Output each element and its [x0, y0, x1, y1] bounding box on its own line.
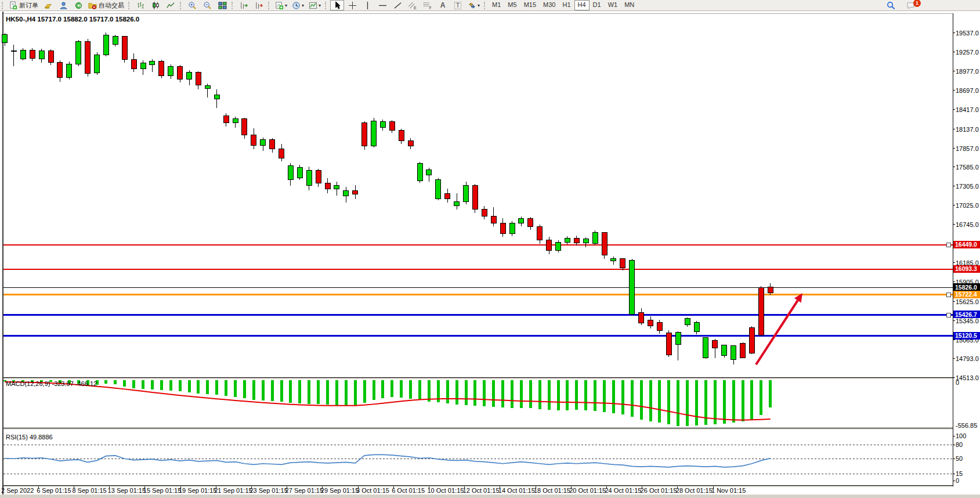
time-tick-label: 3 Oct 01:15 — [356, 487, 389, 494]
text-label-icon: T — [454, 2, 461, 9]
price-badge-label: 15722.4 — [955, 291, 977, 298]
timeframe-button-H1[interactable]: H1 — [559, 0, 574, 10]
time-tick-label: 6 Sep 01:15 — [37, 487, 71, 494]
chart-shift-button[interactable] — [237, 0, 251, 10]
template-icon — [309, 1, 317, 10]
crosshair-icon — [348, 1, 357, 10]
price-badge-label: 15120.5 — [955, 332, 977, 339]
cursor-icon — [333, 1, 342, 10]
chevron-down-icon: ▾ — [478, 3, 480, 8]
price-badge-label: 15426.7 — [955, 311, 977, 318]
timeframe-button-MN[interactable]: MN — [621, 0, 638, 10]
channel-button[interactable]: E — [406, 0, 420, 10]
search-button[interactable] — [884, 0, 898, 10]
timeframe-group: M1M5M15M30H1H4D1W1MN — [489, 0, 638, 10]
search-icon — [887, 1, 895, 10]
toolbar-grip — [484, 2, 487, 9]
time-tick-label: 26 Oct 01:15 — [641, 487, 677, 494]
vertical-line-button[interactable] — [360, 0, 374, 10]
macd-indicator-label: MACD(12,26,9) -323.97 -466.12 — [6, 380, 97, 387]
hline-handle[interactable] — [946, 313, 950, 317]
bar-chart-button[interactable] — [133, 0, 147, 10]
candlestick-chart-icon — [151, 1, 160, 10]
toolbar-grip — [268, 2, 271, 9]
auto-scroll-button[interactable] — [252, 0, 266, 10]
zoom-in-button[interactable] — [185, 0, 199, 10]
text-label-button[interactable]: T — [451, 0, 465, 10]
time-tick-label: 20 Oct 01:15 — [569, 487, 606, 494]
price-tick-label: 18137.0 — [956, 126, 979, 133]
timeframe-button-H4[interactable]: H4 — [574, 0, 590, 10]
candle — [472, 184, 478, 213]
macd-zero-label: 0 — [956, 379, 959, 386]
timeframe-button-M15[interactable]: M15 — [520, 0, 540, 10]
rsi-tick-label: 0 — [956, 477, 959, 484]
time-tick-label: 29 Sep 01:15 — [321, 487, 359, 494]
time-tick-label: 1 Nov 01:15 — [711, 487, 746, 494]
tile-windows-button[interactable] — [215, 0, 229, 10]
trendline-button[interactable] — [390, 0, 404, 10]
timeframe-button-M1[interactable]: M1 — [489, 0, 504, 10]
template-dropdown-button[interactable]: ▾ — [307, 0, 323, 10]
cursor-button[interactable] — [330, 0, 344, 10]
crosshair-button[interactable] — [345, 0, 359, 10]
new-order-button[interactable]: 新订单 — [7, 0, 40, 10]
candle — [95, 52, 100, 75]
candle — [362, 121, 367, 149]
trendline-icon — [393, 1, 402, 10]
toolbar-grip — [180, 2, 183, 9]
line-chart-button[interactable] — [164, 0, 178, 10]
candle — [436, 178, 441, 200]
arrows-dropdown-button[interactable]: ▾ — [466, 0, 482, 10]
candle — [67, 62, 72, 80]
timeframe-button-M5[interactable]: M5 — [504, 0, 520, 10]
candlestick-chart-button[interactable] — [149, 0, 162, 10]
arrows-shapes-icon — [468, 1, 476, 10]
candle — [602, 232, 607, 259]
rsi-indicator-label: RSI(15) 49.8886 — [6, 434, 53, 441]
auto-scroll-icon — [255, 1, 263, 10]
timeframe-button-W1[interactable]: W1 — [605, 0, 621, 10]
candle — [749, 326, 754, 354]
text-button[interactable]: A — [436, 0, 450, 10]
candle — [630, 259, 635, 315]
svg-text:F: F — [429, 6, 432, 10]
time-tick-label: 18 Oct 01:15 — [534, 487, 570, 494]
candle — [758, 286, 764, 335]
rsi-tick-label: 50 — [956, 455, 963, 462]
chart-area[interactable]: HK50-,H4 15717.0 15882.0 15717.0 15826.0… — [0, 0, 980, 498]
horizontal-line-button[interactable] — [375, 0, 389, 10]
candle — [85, 39, 91, 77]
candle — [722, 345, 727, 358]
timeframe-button-M30[interactable]: M30 — [540, 0, 559, 10]
time-tick-label: 12 Oct 01:15 — [463, 487, 500, 494]
time-axis[interactable]: 2 Sep 20226 Sep 01:158 Sep 01:1513 Sep 0… — [1, 486, 746, 494]
notifications-button[interactable]: 1 — [904, 0, 918, 10]
candle — [556, 240, 561, 252]
price-tick-label: 18417.0 — [956, 106, 979, 113]
expert-advisor-button[interactable] — [56, 0, 70, 10]
period-dropdown-button[interactable]: ▾ — [290, 0, 306, 10]
price-tick-label: 15625.0 — [956, 298, 979, 305]
candle — [76, 40, 81, 66]
candle — [103, 33, 109, 56]
price-tick-label: 17025.0 — [956, 202, 979, 209]
horizontal-line-icon — [378, 1, 387, 10]
chart-shift-icon — [240, 1, 248, 10]
fibonacci-button[interactable]: F — [421, 0, 435, 10]
hline-handle[interactable] — [946, 243, 950, 247]
hline-handle[interactable] — [946, 293, 950, 297]
timeframe-button-D1[interactable]: D1 — [590, 0, 605, 10]
chevron-down-icon: ▾ — [302, 3, 304, 8]
gold-widget-button[interactable] — [41, 0, 55, 10]
auto-trading-button[interactable]: 自动交易 — [86, 0, 126, 10]
signals-button[interactable] — [71, 0, 85, 10]
rsi-tick-label: 15 — [956, 470, 963, 477]
toolbar-grip — [128, 2, 131, 9]
new-chart-button[interactable]: ▾ — [273, 0, 289, 10]
time-tick-label: 6 Oct 01:15 — [392, 487, 425, 494]
candle — [371, 118, 377, 147]
new-order-icon — [9, 1, 17, 10]
zoom-out-button[interactable] — [200, 0, 214, 10]
auto-trading-icon — [88, 1, 97, 10]
